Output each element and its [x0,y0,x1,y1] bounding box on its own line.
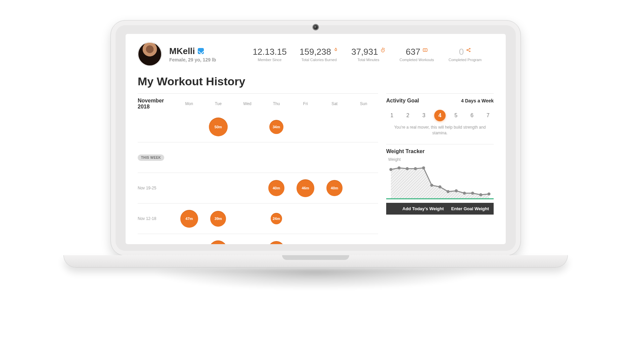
workout-bubble[interactable]: 46m [209,240,227,244]
workout-bubble[interactable]: 39m [210,211,226,227]
stopwatch-icon [380,47,386,53]
stat-label: Member Since [251,58,288,62]
stat-label: Total Calories Burned [300,58,338,62]
stat-label: Completed Program [447,58,484,62]
calendar-cell[interactable]: 46m [291,179,320,197]
stat-value: 637 [406,47,420,57]
calendar-day-header: Sat [320,101,349,106]
workout-bubble[interactable]: 40m [268,241,284,244]
activity-goal-option-7[interactable]: 7 [482,110,494,121]
week-range-label: Nov 12-18 [138,216,175,221]
calendar-month: November 2018 [138,98,175,110]
activity-goal-panel: Activity Goal 4 Days a Week 1234567 You'… [386,93,494,138]
calendar-day-header: Thu [262,101,291,106]
calendar-cell[interactable]: 50m [204,118,233,136]
calendar-cell[interactable]: 46m [204,240,233,244]
stat-label: Completed Workouts [398,58,435,62]
avatar[interactable] [138,42,162,66]
profile-username: MKelli [169,46,195,56]
weight-tracker-panel: Weight Tracker Weight Add Today's Weight… [386,144,494,215]
stat-member-since: 12.13.15Member Since [251,47,288,62]
profile-meta: Female, 29 yo, 129 lb [169,57,233,62]
add-todays-weight-button[interactable]: Add Today's Weight [402,206,444,211]
video-icon [422,47,428,53]
workout-bubble[interactable]: 34m [269,120,283,134]
svg-point-8 [390,168,393,171]
calendar-cell[interactable]: 24m [262,213,291,224]
activity-goal-option-4[interactable]: 4 [434,110,446,121]
activity-goal-option-6[interactable]: 6 [466,110,478,121]
stat-value: 37,931 [351,47,378,57]
weight-chart [386,163,494,203]
activity-goal-option-5[interactable]: 5 [450,110,462,121]
svg-point-15 [447,190,450,193]
calendar-day-header: Sun [349,101,378,106]
stat-value: 12.13.15 [253,47,286,57]
workout-bubble[interactable]: 40m [268,180,284,196]
laptop-shadow [84,269,547,309]
calendar-cell[interactable]: 34m [262,120,291,134]
week-range-label: Nov 19-25 [138,186,175,190]
calendar-week-row: 46m40m [138,234,378,244]
stat-label: Total Minutes [350,58,387,62]
share-icon [466,47,471,53]
calendar-cell[interactable]: 47m [175,210,204,228]
activity-goal-option-2[interactable]: 2 [402,110,414,121]
stat-total-calories-burned: 159,238Total Calories Burned [300,47,338,62]
calendar-day-header: Mon [175,101,204,106]
stat-value: 0 [459,47,464,57]
workout-bubble[interactable]: 46m [297,179,314,197]
camera-icon [314,25,318,29]
flame-icon [333,47,338,53]
calendar-week-row: 50m34m [138,112,378,142]
calendar-week-row: Nov 19-2540m46m40m [138,173,378,203]
laptop-base [63,255,568,268]
laptop-notch [282,255,349,260]
laptop-frame: MKelli Female, 29 yo, 129 lb 12.13.15Mem… [64,20,568,309]
calendar-cell[interactable]: 40m [320,180,349,196]
stat-total-minutes: 37,931Total Minutes [350,47,387,62]
activity-goal-title: Activity Goal [386,98,419,104]
svg-point-18 [471,191,474,194]
activity-goal-option-3[interactable]: 3 [418,110,430,121]
verified-badge-icon [198,48,204,54]
calendar-day-header: Tue [204,101,233,106]
calendar-day-header: Wed [233,101,262,106]
svg-point-13 [430,184,433,187]
screen: MKelli Female, 29 yo, 129 lb 12.13.15Mem… [126,34,506,244]
calendar-week-row: Nov 12-1847m39m24m [138,203,378,234]
svg-point-17 [463,191,466,194]
calendar-cell[interactable]: 40m [262,241,291,244]
svg-point-9 [398,166,401,169]
this-week-chip: THIS WEEK [138,154,164,161]
svg-point-12 [422,166,425,169]
calendar-week-row: THIS WEEK [138,142,378,173]
workout-calendar: November 2018 MonTueWedThuFriSatSun 50m3… [138,93,378,244]
calendar-cell[interactable]: 39m [204,211,233,227]
stat-completed-program: 0Completed Program [447,47,484,62]
stat-completed-workouts: 637Completed Workouts [398,47,435,62]
svg-point-10 [406,167,409,170]
stat-value: 159,238 [300,47,331,57]
weight-tracker-title: Weight Tracker [386,148,424,154]
enter-goal-weight-button[interactable]: Enter Goal Weight [451,206,489,211]
calendar-cell[interactable]: 40m [262,180,291,196]
weight-tracker-subtitle: Weight [388,157,494,162]
activity-goal-message: You're a real mover, this will help buil… [386,125,494,138]
profile-stats: 12.13.15Member Since159,238Total Calorie… [251,47,484,62]
svg-point-19 [479,193,482,196]
profile-header: MKelli Female, 29 yo, 129 lb 12.13.15Mem… [138,42,494,66]
svg-point-14 [439,185,442,188]
laptop-lid: MKelli Female, 29 yo, 129 lb 12.13.15Mem… [110,20,521,256]
workout-bubble[interactable]: 24m [271,213,282,224]
page-title: My Workout History [138,75,494,88]
activity-goal-value: 4 Days a Week [461,98,494,103]
activity-goal-option-1[interactable]: 1 [386,110,398,121]
svg-point-16 [455,189,458,192]
calendar-day-header: Fri [291,101,320,106]
svg-point-11 [414,167,417,170]
workout-bubble[interactable]: 40m [326,180,343,196]
workout-bubble[interactable]: 50m [209,118,228,136]
workout-bubble[interactable]: 47m [180,210,198,228]
svg-point-20 [488,192,491,195]
